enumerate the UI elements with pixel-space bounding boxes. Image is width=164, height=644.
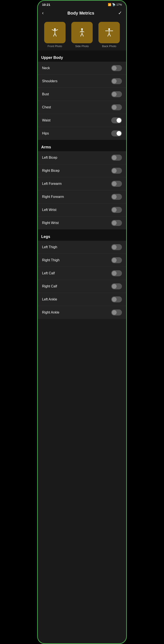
- toggle-slider-1-1: [111, 168, 122, 174]
- toggle-slider-0-1: [111, 78, 122, 84]
- list-item: Right Forearm: [38, 190, 126, 204]
- toggle-slider-1-4: [111, 207, 122, 213]
- section-header-0: Upper Body: [38, 52, 126, 62]
- section-spacer-2: [38, 229, 126, 231]
- section-spacer-0: [38, 50, 126, 52]
- toggle-slider-2-0: [111, 244, 122, 250]
- list-item: Neck: [38, 62, 126, 75]
- svg-point-12: [108, 28, 110, 30]
- list-item: Chest: [38, 101, 126, 114]
- list-item-label-2-2: Left Calf: [42, 271, 55, 275]
- svg-line-16: [108, 34, 109, 36]
- toggle-slider-0-0: [111, 65, 122, 71]
- toggle-2-2[interactable]: [111, 270, 122, 276]
- side-photo-label: Side Photo: [75, 44, 89, 48]
- toggle-slider-2-4: [111, 296, 122, 302]
- list-item: Right Ankle: [38, 306, 126, 319]
- toggle-slider-0-5: [111, 130, 122, 136]
- svg-point-6: [81, 28, 83, 30]
- toggle-slider-1-5: [111, 220, 122, 226]
- toggle-slider-2-1: [111, 257, 122, 263]
- list-item: Shoulders: [38, 75, 126, 88]
- list-1: Left BicepRight BicepLeft ForearmRight F…: [38, 151, 126, 229]
- svg-point-0: [54, 28, 56, 30]
- toggle-1-5[interactable]: [111, 220, 122, 226]
- svg-line-8: [80, 31, 82, 32]
- toggle-2-5[interactable]: [111, 310, 122, 316]
- section-header-2: Legs: [38, 231, 126, 241]
- side-photo-item: Side Photo: [71, 22, 93, 48]
- toggle-0-4[interactable]: [111, 117, 122, 123]
- back-photo-button[interactable]: [98, 22, 120, 43]
- list-item-label-1-4: Left Wrist: [42, 208, 56, 212]
- toggle-slider-0-3: [111, 104, 122, 110]
- list-item-label-2-5: Right Ankle: [42, 310, 59, 314]
- list-item-label-0-0: Neck: [42, 66, 50, 70]
- list-item-label-1-5: Right Wrist: [42, 221, 59, 225]
- side-pose-icon: [77, 28, 87, 38]
- check-button[interactable]: ✓: [117, 10, 123, 17]
- list-item-label-2-1: Right Thigh: [42, 258, 60, 262]
- toggle-0-5[interactable]: [111, 130, 122, 136]
- toggle-1-1[interactable]: [111, 168, 122, 174]
- toggle-1-2[interactable]: [111, 181, 122, 187]
- list-item-label-2-4: Left Ankle: [42, 298, 57, 301]
- list-item: Right Calf: [38, 280, 126, 293]
- list-item: Right Bicep: [38, 164, 126, 177]
- toggle-2-1[interactable]: [111, 257, 122, 263]
- toggle-2-4[interactable]: [111, 296, 122, 302]
- list-item: Left Calf: [38, 267, 126, 280]
- list-item: Left Ankle: [38, 293, 126, 306]
- back-pose-icon: [104, 28, 114, 38]
- toggle-0-3[interactable]: [111, 104, 122, 110]
- list-item: Waist: [38, 114, 126, 127]
- list-item-label-0-4: Waist: [42, 118, 50, 122]
- front-photo-item: Front Photo: [44, 22, 66, 48]
- wifi-icon: 📶: [108, 3, 111, 6]
- page-title: Body Metrics: [68, 11, 94, 16]
- toggle-1-4[interactable]: [111, 207, 122, 213]
- toggle-1-3[interactable]: [111, 194, 122, 200]
- side-photo-button[interactable]: [71, 22, 93, 43]
- toggle-slider-0-4: [111, 117, 122, 123]
- list-item-label-1-0: Left Bicep: [42, 156, 57, 160]
- list-item-label-0-5: Hips: [42, 132, 49, 135]
- toggle-slider-1-3: [111, 194, 122, 200]
- toggle-2-0[interactable]: [111, 244, 122, 250]
- toggle-slider-0-2: [111, 91, 122, 97]
- svg-line-11: [82, 34, 83, 36]
- section-header-1: Arms: [38, 142, 126, 151]
- list-0: NeckShouldersBustChestWaistHips: [38, 62, 126, 140]
- svg-line-4: [53, 34, 55, 36]
- toggle-slider-2-3: [111, 283, 122, 289]
- status-icons: 📶 📡 17%: [108, 3, 122, 6]
- section-title-2: Legs: [41, 234, 50, 239]
- front-pose-icon: [50, 28, 60, 38]
- toggle-slider-2-2: [111, 270, 122, 276]
- toggle-slider-2-5: [111, 310, 122, 316]
- toggle-0-1[interactable]: [111, 78, 122, 84]
- list-item-label-0-3: Chest: [42, 105, 51, 109]
- list-item: Left Forearm: [38, 177, 126, 190]
- back-photo-item: Back Photo: [98, 22, 120, 48]
- list-item-label-0-1: Shoulders: [42, 79, 57, 83]
- list-item: Left Thigh: [38, 241, 126, 254]
- list-2: Left ThighRight ThighLeft CalfRight Calf…: [38, 241, 126, 319]
- status-time: 10:21: [42, 3, 50, 6]
- photo-section: Front Photo Side Photo: [38, 19, 126, 50]
- section-title-1: Arms: [41, 145, 51, 149]
- back-photo-label: Back Photo: [102, 44, 116, 48]
- list-item: Bust: [38, 88, 126, 101]
- toggle-0-0[interactable]: [111, 65, 122, 71]
- toggle-slider-1-2: [111, 181, 122, 187]
- section-spacer-1: [38, 140, 126, 142]
- toggle-0-2[interactable]: [111, 91, 122, 97]
- toggle-slider-1-0: [111, 155, 122, 161]
- battery-icon: 17%: [116, 3, 122, 6]
- front-photo-button[interactable]: [44, 22, 66, 43]
- status-bar: 10:21 📶 📡 17%: [38, 1, 126, 8]
- toggle-2-3[interactable]: [111, 283, 122, 289]
- list-item: Left Bicep: [38, 151, 126, 164]
- toggle-1-0[interactable]: [111, 155, 122, 161]
- back-button[interactable]: ‹: [41, 10, 44, 17]
